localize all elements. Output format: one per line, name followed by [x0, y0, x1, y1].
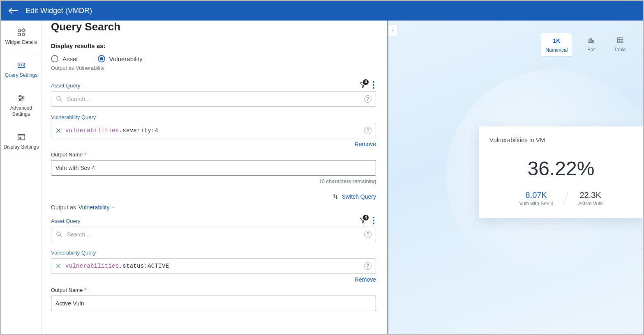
radio-dot-icon: [98, 55, 105, 62]
sidebar-item-label: Query Settings: [5, 72, 37, 78]
query-settings-icon: [17, 61, 26, 70]
filter-count-badge: 4: [363, 79, 369, 85]
display-settings-icon: [17, 133, 26, 142]
asset-query-input-2[interactable]: ?: [51, 227, 376, 242]
sidebar-item-query-settings[interactable]: Query Settings: [1, 53, 42, 86]
output-name-input-2[interactable]: [51, 296, 376, 311]
header-bar: Edit Widget (VMDR): [1, 1, 643, 21]
asset-query-field-2[interactable]: [67, 231, 360, 238]
svg-rect-27: [593, 40, 593, 43]
vuln-query-code-1: vulnerabilities.severity:4: [65, 127, 360, 134]
switch-icon: [332, 193, 339, 200]
preview-percentage: 36.22%: [489, 157, 632, 180]
vuln-query-code-2: vulnerabilities.status:ACTIVE: [65, 263, 360, 269]
collapse-preview-button[interactable]: [388, 25, 397, 36]
remove-query-1[interactable]: Remove: [355, 141, 376, 147]
svg-rect-26: [591, 39, 592, 43]
sidebar-item-label: Widget Details: [5, 39, 37, 46]
sidebar-item-widget-details[interactable]: Widget Details: [1, 21, 42, 53]
vuln-query-label-2: Vulnerability Query: [51, 250, 376, 256]
svg-point-11: [19, 99, 21, 101]
help-icon[interactable]: ?: [364, 231, 372, 238]
radio-vulnerability[interactable]: Vulnerability: [98, 55, 143, 62]
view-numerical[interactable]: 1K Numerical: [541, 33, 572, 57]
asset-query-input-1[interactable]: ?: [51, 91, 376, 107]
section-title: Query Search: [51, 21, 376, 33]
help-icon[interactable]: ?: [364, 127, 372, 134]
page-title: Edit Widget (VMDR): [25, 7, 92, 15]
preview-card-title: Vulnerabilities in VM: [489, 136, 632, 143]
view-table[interactable]: Table: [610, 33, 630, 57]
asset-query-field-1[interactable]: [67, 96, 360, 102]
remove-query-2[interactable]: Remove: [355, 276, 376, 283]
sidebar-item-display-settings[interactable]: Display Settings: [1, 125, 42, 158]
center-panel: Query Search Display results as: Asset V…: [42, 21, 388, 334]
clear-icon[interactable]: [55, 128, 61, 133]
filter-icon[interactable]: 4: [359, 216, 367, 225]
vuln-query-input-1[interactable]: vulnerabilities.severity:4 ?: [51, 123, 376, 138]
widget-details-icon: [17, 28, 26, 37]
back-arrow-icon[interactable]: [8, 7, 19, 15]
kebab-menu-icon[interactable]: [371, 216, 376, 225]
svg-rect-2: [18, 33, 20, 36]
filter-icon[interactable]: 4: [359, 81, 367, 89]
asset-query-label-2: Asset Query: [51, 218, 81, 224]
sidebar: Widget Details Query Settings Advanced S…: [1, 21, 42, 334]
filter-count-badge: 4: [363, 215, 369, 220]
preview-metric-2: 22.3K Active Vuln: [578, 190, 603, 207]
output-name-field-2[interactable]: [55, 300, 372, 307]
svg-rect-1: [18, 29, 20, 32]
svg-rect-3: [22, 33, 24, 36]
svg-point-20: [57, 232, 60, 236]
clear-icon[interactable]: [55, 263, 61, 269]
numerical-icon: 1K: [553, 37, 560, 45]
svg-rect-25: [589, 40, 590, 43]
advanced-settings-icon: [17, 94, 26, 103]
svg-point-16: [57, 96, 60, 100]
output-as-dropdown[interactable]: Vulnerability: [78, 204, 116, 211]
preview-metric-1: 8.07K Vuln with Sev 4: [519, 190, 553, 207]
output-as-note: Output as Vulnerability: [51, 65, 376, 71]
output-as-label: Output as: [51, 204, 76, 211]
chevron-down-icon: [111, 205, 116, 210]
view-switch: 1K Numerical Bar Table: [541, 33, 630, 57]
preview-card: Vulnerabilities in VM 36.22% 8.07K Vuln …: [479, 126, 643, 218]
preview-panel: 1K Numerical Bar Table Vulnerabilities i…: [388, 21, 643, 334]
sidebar-item-label: Advanced Settings: [2, 105, 40, 117]
svg-rect-28: [617, 38, 623, 43]
bar-chart-icon: [587, 36, 595, 44]
output-name-input-1[interactable]: [51, 160, 376, 176]
vuln-query-input-2[interactable]: vulnerabilities.status:ACTIVE ?: [51, 258, 376, 274]
svg-point-9: [21, 97, 23, 99]
table-icon: [616, 36, 624, 44]
svg-rect-12: [18, 135, 25, 140]
output-name-label: Output Name*: [51, 151, 376, 158]
help-icon[interactable]: ?: [364, 95, 372, 103]
vuln-query-label: Vulnerability Query: [51, 114, 376, 120]
output-name-field-1[interactable]: [55, 165, 372, 171]
radio-asset[interactable]: Asset: [51, 55, 78, 62]
output-name-label-2: Output Name*: [51, 287, 376, 293]
display-results-label: Display results as:: [51, 42, 376, 49]
search-icon: [55, 95, 63, 103]
sidebar-item-label: Display Settings: [3, 144, 39, 150]
kebab-menu-icon[interactable]: [371, 80, 376, 89]
asset-query-label: Asset Query: [51, 83, 81, 89]
view-bar[interactable]: Bar: [583, 33, 599, 57]
radio-asset-label: Asset: [62, 55, 78, 62]
chars-remaining-1: 10 characters remaining: [51, 178, 376, 184]
sidebar-item-advanced-settings[interactable]: Advanced Settings: [1, 86, 42, 125]
radio-vulnerability-label: Vulnerability: [109, 55, 143, 62]
chevron-left-icon: [391, 28, 395, 33]
svg-point-7: [19, 96, 21, 97]
switch-query-button[interactable]: Switch Query: [332, 193, 376, 200]
svg-line-17: [60, 100, 62, 101]
help-icon[interactable]: ?: [364, 262, 372, 270]
svg-line-21: [60, 235, 62, 237]
radio-dot-icon: [51, 55, 58, 62]
search-icon: [55, 231, 63, 238]
metric-divider: [563, 192, 568, 205]
svg-marker-4: [21, 29, 25, 32]
